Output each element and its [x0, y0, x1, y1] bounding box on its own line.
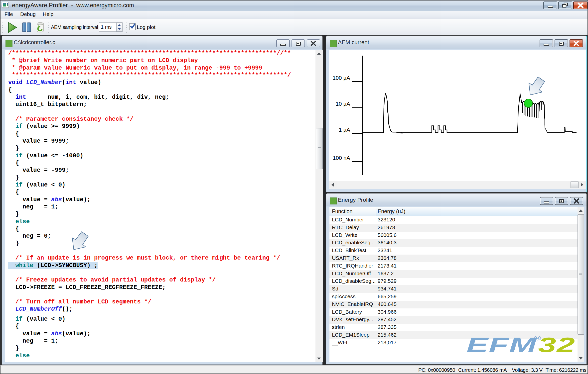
svg-text:100 nA: 100 nA	[333, 155, 350, 161]
svg-text:10 µA: 10 µA	[336, 101, 350, 107]
svg-text:1 µA: 1 µA	[339, 127, 350, 133]
svg-text:100 µA: 100 µA	[333, 75, 350, 81]
